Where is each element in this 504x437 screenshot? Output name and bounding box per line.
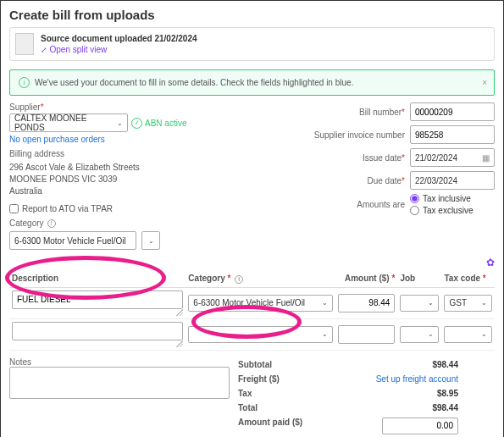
tax-value: $8.95 [437,389,458,398]
total-value: $98.44 [432,403,458,412]
supplier-invoice-label: Supplier invoice number [308,130,405,140]
open-split-view-link[interactable]: Open split view [41,45,197,54]
tax-inclusive-label: Tax inclusive [423,194,471,203]
freight-label: Freight ($) [238,374,280,384]
description-input[interactable] [12,290,183,309]
subtotal-value: $98.44 [432,360,458,369]
table-row: 6-6300 Motor Vehicle Fuel/Oil⌄ ⌄ GST⌄ [9,287,495,318]
category-label: Category [9,218,44,228]
page-title: Create bill from uploads [9,8,495,22]
supplier-label: Supplier [9,102,291,112]
due-date-input[interactable]: 22/03/2024 [410,171,495,190]
info-notice: i We've used your document to fill in so… [9,69,495,96]
info-icon: i [19,77,30,88]
col-description: Description [9,270,186,287]
tax-label: Tax [238,389,252,398]
chevron-down-icon: ⌄ [428,299,434,307]
chevron-down-icon: ⌄ [481,330,487,338]
total-label: Total [238,403,258,412]
addr-line: 296 Ascot Vale & Elizabeth Streets [9,162,291,174]
chevron-down-icon: ⌄ [117,119,123,127]
tax-select[interactable]: ⌄ [444,326,492,343]
addr-line: MOONEE PONDS VIC 3039 [9,174,291,185]
col-amount: Amount ($) [335,270,397,287]
no-open-po-link[interactable]: No open purchase orders [9,135,105,144]
due-date-label: Due date [308,176,405,185]
notes-label: Notes [9,357,230,367]
amount-input[interactable] [338,294,395,313]
subtotal-label: Subtotal [238,360,272,369]
col-tax: Tax code [441,270,495,287]
billing-address: 296 Ascot Vale & Elizabeth Streets MOONE… [9,162,291,197]
col-category: Category i [186,270,335,287]
tpar-checkbox[interactable]: Report to ATO via TPAR [9,204,291,213]
tax-exclusive-label: Tax exclusive [423,206,473,215]
description-input[interactable] [12,322,183,340]
category-select[interactable]: 6-6300 Motor Vehicle Fuel/Oil [9,231,136,250]
abn-active-badge: ABN active [131,118,186,129]
job-select[interactable]: ⌄ [400,295,439,312]
info-icon[interactable]: i [235,275,243,284]
amount-paid-input[interactable] [382,418,458,434]
amount-input[interactable] [338,325,395,344]
document-thumbnail [15,33,34,55]
tpar-label: Report to ATO via TPAR [22,204,113,213]
tax-select[interactable]: GST⌄ [444,295,492,312]
tax-inclusive-radio[interactable]: Tax inclusive [410,194,495,203]
billing-address-label: Billing address [9,149,291,158]
addr-line: Australia [9,185,291,197]
supplier-select[interactable]: CALTEX MOONEE PONDS ⌄ [9,113,128,132]
totals-panel: Subtotal$98.44 Freight ($)Set up freight… [238,357,458,438]
tpar-checkbox-input[interactable] [9,204,19,213]
notice-text: We've used your document to fill in some… [35,78,353,87]
notes-textarea[interactable] [9,367,230,399]
chevron-down-icon: ⌄ [428,330,434,338]
source-document-box: Source document uploaded 21/02/2024 Open… [9,27,495,61]
bill-number-input[interactable] [410,102,495,121]
tax-value: GST [449,298,467,307]
line-items-table: Description Category i Amount ($) Job Ta… [9,270,495,351]
tax-exclusive-radio[interactable]: Tax exclusive [410,206,495,215]
issue-date-input[interactable]: 21/02/2024 ▦ [410,148,495,167]
close-icon[interactable]: × [482,78,487,87]
freight-setup-link[interactable]: Set up freight account [376,374,458,384]
supplier-invoice-input[interactable] [410,125,495,144]
gear-icon[interactable]: ✿ [9,257,495,268]
category-dropdown-button[interactable]: ⌄ [141,231,160,250]
document-title: Source document uploaded 21/02/2024 [41,34,197,43]
chevron-down-icon: ⌄ [322,330,328,338]
line-category-select[interactable]: ⌄ [188,326,333,343]
col-job: Job [397,270,441,287]
calendar-icon: ▦ [482,153,490,163]
table-row: ⌄ ⌄ ⌄ [9,318,495,350]
issue-date-label: Issue date [308,153,405,163]
issue-date-value: 21/02/2024 [415,153,457,163]
supplier-value: CALTEX MOONEE PONDS [14,113,117,132]
category-value: 6-6300 Motor Vehicle Fuel/Oil [14,236,126,246]
line-category-select[interactable]: 6-6300 Motor Vehicle Fuel/Oil⌄ [188,295,333,312]
line-category-value: 6-6300 Motor Vehicle Fuel/Oil [193,298,305,307]
chevron-down-icon: ⌄ [481,299,487,307]
amounts-are-label: Amounts are [308,200,405,209]
chevron-down-icon: ⌄ [148,237,154,245]
info-icon[interactable]: i [47,219,56,228]
amount-paid-label: Amount paid ($) [238,418,302,434]
chevron-down-icon: ⌄ [322,299,328,307]
due-date-value: 22/03/2024 [415,176,457,185]
bill-number-label: Bill number [308,108,405,117]
job-select[interactable]: ⌄ [400,326,439,343]
